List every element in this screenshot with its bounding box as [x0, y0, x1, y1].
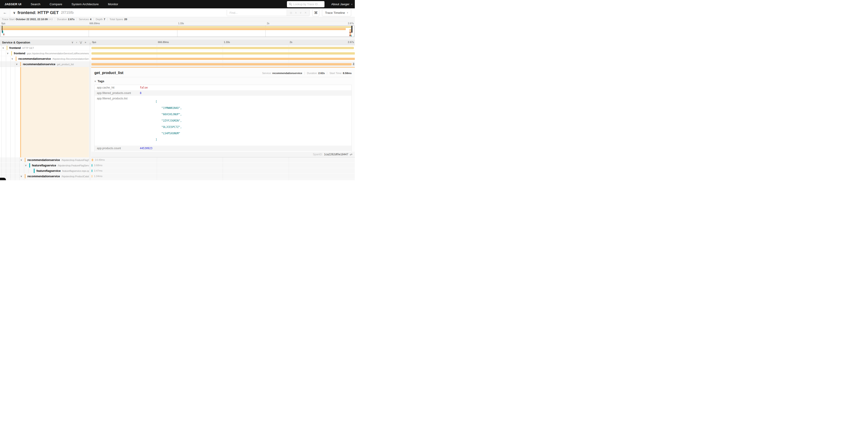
minimap-span-catalog: [3, 33, 4, 35]
span-collapse-icon[interactable]: ∨: [16, 63, 19, 66]
span-color-accent: [20, 62, 21, 66]
span-bar[interactable]: [92, 175, 92, 177]
span-duration-label: 1.04ms: [94, 175, 102, 177]
span-bar[interactable]: [92, 159, 93, 161]
find-controls: ◎ ∧ ∨ ✕: [287, 9, 309, 16]
span-collapse-icon[interactable]: ∨: [2, 47, 5, 49]
expand-one-icon[interactable]: ›: [76, 41, 77, 44]
span-bar[interactable]: [91, 52, 355, 55]
span-id-value: 1ca2262df0e18447: [324, 153, 348, 156]
trace-minimap: 0μs 666.89ms 1.33s 2s 2.67s: [0, 21, 355, 40]
minimap-span-frontend: [1, 26, 351, 28]
summary-trace-start: Trace StartOctober 22 2022, 22:10:09.543: [2, 18, 53, 21]
trace-id-lookup-input[interactable]: [293, 3, 322, 6]
minimap-tick-0: 0μs: [1, 22, 5, 25]
minimap-tick-4: 2.67s: [348, 22, 354, 25]
jaeger-logo[interactable]: JAEGER UI: [4, 2, 22, 6]
span-detail-meta: Service: recommendationservice Duration:…: [262, 72, 352, 75]
timeline-header: Service & Operation ∨ › ⋁ » 0μs 666.89ms…: [0, 40, 355, 45]
span-row-partial[interactable]: [0, 179, 355, 180]
span-bar-selected[interactable]: [91, 63, 352, 65]
nav-item-search[interactable]: Search: [31, 2, 40, 6]
span-row-featureflag-repo-query[interactable]: featureflagservice featureflagservice.re…: [0, 168, 355, 173]
about-jaeger-menu[interactable]: About Jaeger ∨: [331, 2, 352, 6]
span-row-frontend-http-get[interactable]: ∨ frontend HTTP GET: [0, 45, 355, 51]
collapse-one-icon[interactable]: ∨: [71, 41, 73, 44]
tags-table: app.cache_hitfalse app.filtered_products…: [94, 85, 352, 157]
span-collapse-icon[interactable]: ∨: [25, 164, 28, 167]
summary-depth: Depth7: [93, 18, 105, 21]
span-duration-label: 3.47ms: [94, 169, 102, 172]
span-detail-panel: get_product_list Service: recommendation…: [91, 67, 355, 157]
selected-span-tint: [20, 67, 89, 157]
selected-span-accent-bar: [20, 67, 21, 157]
minimap-tick-3: 2s: [267, 22, 269, 25]
span-row-recommendation-list[interactable]: ∨ recommendationservice /hipstershop.Rec…: [0, 56, 355, 62]
nav-item-system-architecture[interactable]: System Architecture: [71, 2, 99, 6]
minimap-canvas[interactable]: [0, 26, 354, 37]
focus-match-icon[interactable]: ◎: [290, 11, 292, 14]
span-row-reco-productcatalog[interactable]: ∨ recommendationservice /hipstershop.Pro…: [0, 174, 355, 179]
span-color-accent: [16, 57, 17, 61]
next-match-icon[interactable]: ∨: [300, 11, 302, 14]
tags-section-toggle[interactable]: ∨ Tags: [94, 80, 352, 83]
span-duration-label: 2.62s: [353, 62, 355, 66]
span-detail-row: get_product_list Service: recommendation…: [0, 67, 355, 157]
summary-total-spans: Total Spans20: [107, 18, 127, 21]
minimap-span-recommendation: [1, 28, 346, 30]
span-color-accent: [25, 158, 26, 162]
trace-id-short: 2f715fb: [61, 11, 74, 15]
span-rows-bottom: ∨ recommendationservice /hipstershop.Fea…: [0, 157, 355, 180]
keyboard-shortcuts-button[interactable]: ⌘: [312, 9, 319, 16]
search-icon: [289, 3, 292, 6]
minimap-left-scrubber[interactable]: [2, 26, 2, 33]
deep-link-icon[interactable]: [350, 153, 352, 156]
span-duration-label: 14.49ms: [95, 158, 105, 161]
command-icon: ⌘: [314, 11, 318, 15]
minimap-right-scrubber[interactable]: [351, 26, 352, 33]
span-color-accent: [34, 169, 35, 173]
service-operation-header: Service & Operation: [2, 41, 30, 44]
span-bar[interactable]: [91, 58, 355, 60]
expand-all-icon[interactable]: »: [85, 41, 86, 44]
trace-id-lookup[interactable]: [287, 1, 324, 7]
span-bar[interactable]: [92, 164, 92, 167]
nav-item-monitor[interactable]: Monitor: [108, 2, 118, 6]
minimap-tick-2: 1.33s: [178, 22, 184, 25]
span-row-featureflag-get[interactable]: ∨ featureflagservice /hipstershop.Featur…: [0, 163, 355, 168]
timeline-axis: 0μs 666.89ms 1.33s 2s 2.67s: [91, 40, 355, 45]
span-collapse-icon[interactable]: ∨: [20, 175, 23, 178]
span-row-get-product-list[interactable]: ∨ recommendationservice get_product_list…: [0, 62, 355, 67]
span-collapse-icon[interactable]: ∨: [20, 158, 23, 161]
tag-row: app.cache_hitfalse: [95, 85, 351, 90]
span-color-accent: [11, 51, 12, 56]
collapse-trace-header-icon[interactable]: ∨: [13, 11, 16, 14]
trace-summary-bar: Trace StartOctober 22 2022, 22:10:09.543…: [0, 17, 355, 21]
chevron-down-icon: ∨: [94, 80, 96, 82]
find-input[interactable]: [227, 9, 287, 16]
span-bar[interactable]: [92, 170, 92, 172]
trace-view-selector[interactable]: Trace Timeline ∨: [322, 9, 351, 16]
span-id-bar: SpanID: 1ca2262df0e18447: [91, 152, 355, 157]
prev-match-icon[interactable]: ∧: [295, 11, 297, 14]
nav-item-compare[interactable]: Compare: [50, 2, 62, 6]
back-button[interactable]: ←: [0, 8, 10, 17]
span-color-accent: [6, 46, 7, 50]
span-rows-top: ∨ frontend HTTP GET ∨ frontend grpc.hips…: [0, 45, 355, 67]
span-color-accent: [29, 163, 30, 168]
clear-find-icon[interactable]: ✕: [304, 11, 307, 14]
span-detail-title: get_product_list: [94, 70, 123, 75]
tag-row: app.products.count44530923: [95, 146, 351, 151]
span-bar[interactable]: [91, 47, 354, 49]
top-nav: JAEGER UI Search Compare System Architec…: [0, 0, 355, 8]
span-collapse-icon[interactable]: ∨: [11, 57, 14, 60]
tag-row: app.filtered_products.count8: [95, 90, 351, 96]
span-row-frontend-listrecommendations[interactable]: ∨ frontend grpc.hipstershop.Recommendati…: [0, 51, 355, 56]
collapse-all-icon[interactable]: ⋁: [80, 41, 82, 44]
span-row-reco-featureflag[interactable]: ∨ recommendationservice /hipstershop.Fea…: [0, 157, 355, 163]
span-collapse-icon[interactable]: ∨: [7, 52, 10, 55]
column-resizer[interactable]: [89, 40, 91, 45]
tag-row: app.filtered_products.list [ "1YMWWN1N4O…: [95, 96, 351, 146]
span-color-accent: [25, 174, 26, 178]
jaeger-trace-page: { "colors": { "frontend": "#F2DC96", "re…: [0, 0, 355, 180]
